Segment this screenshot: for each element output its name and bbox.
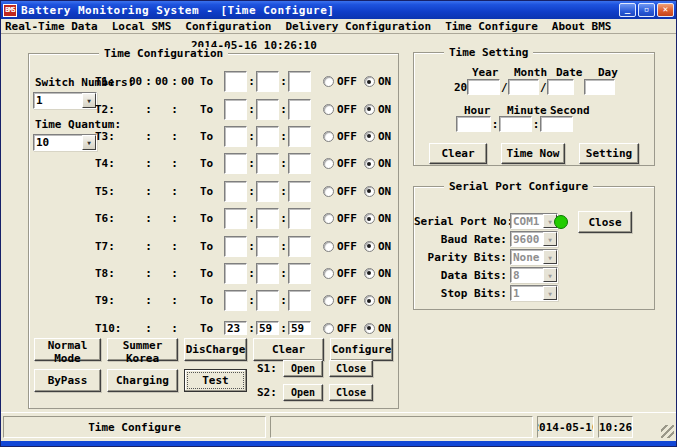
s2-close-button[interactable]: Close [329,384,373,401]
end-second-input[interactable] [288,181,311,202]
on-radio[interactable] [364,323,375,334]
switch-numbers-select[interactable]: 1 ▼ [33,92,97,109]
month-input[interactable] [508,79,539,95]
end-hour-input[interactable] [224,236,247,257]
end-minute-input[interactable] [256,126,279,147]
off-radio[interactable] [323,158,334,169]
end-minute-input[interactable] [256,290,279,311]
discharge-button[interactable]: DisCharge [184,338,247,361]
data-bits-select[interactable]: 8 ▼ [510,267,558,283]
dropdown-arrow-icon[interactable]: ▼ [543,286,557,300]
configure-button[interactable]: Configure [330,338,393,361]
dropdown-arrow-icon[interactable]: ▼ [543,268,557,282]
time-now-button[interactable]: Time Now [501,143,565,164]
date-input[interactable] [547,79,574,95]
end-second-input[interactable] [288,321,311,335]
menu-configuration[interactable]: Configuration [185,20,271,33]
end-hour-input[interactable] [224,126,247,147]
end-hour-input[interactable] [224,263,247,284]
end-hour-input[interactable] [224,71,247,92]
minimize-button[interactable]: _ [619,3,636,17]
on-radio[interactable] [364,213,375,224]
end-minute-input[interactable] [256,153,279,174]
on-radio[interactable] [364,76,375,87]
s1-close-button[interactable]: Close [329,360,373,377]
serial-port-no-select[interactable]: COM1 ▼ [510,213,558,229]
off-radio[interactable] [323,213,334,224]
end-second-input[interactable] [288,263,311,284]
colon-separator: : [144,294,153,307]
end-second-input[interactable] [288,99,311,120]
end-second-input[interactable] [288,71,311,92]
time-quantum-select[interactable]: 10 ▼ [33,134,97,151]
stop-bits-select[interactable]: 1 ▼ [510,285,558,301]
baud-rate-select[interactable]: 9600 ▼ [510,231,558,247]
end-minute-input[interactable] [256,321,279,335]
minute-input[interactable] [499,116,532,132]
close-button[interactable]: ✕ [657,3,674,17]
normal-mode-button[interactable]: Normal Mode [34,338,101,361]
year-input[interactable] [467,79,500,95]
end-second-input[interactable] [288,236,311,257]
time-clear-button[interactable]: Clear [429,143,487,164]
end-minute-input[interactable] [256,99,279,120]
serial-close-button[interactable]: Close [578,211,632,233]
clear-button[interactable]: Clear [253,338,324,361]
s2-open-button[interactable]: Open [283,384,323,401]
dropdown-arrow-icon[interactable]: ▼ [82,135,96,150]
menu-local-sms[interactable]: Local SMS [112,20,172,33]
end-minute-input[interactable] [256,263,279,284]
off-radio[interactable] [323,295,334,306]
off-radio[interactable] [323,268,334,279]
on-radio[interactable] [364,158,375,169]
time-setting-button[interactable]: Setting [579,143,639,164]
hour-input[interactable] [456,116,491,132]
end-minute-input[interactable] [256,181,279,202]
end-minute-input[interactable] [256,236,279,257]
dropdown-arrow-icon[interactable]: ▼ [543,250,557,264]
end-minute-input[interactable] [256,71,279,92]
colon-separator: : [279,75,288,88]
end-minute-input[interactable] [256,208,279,229]
end-second-input[interactable] [288,290,311,311]
test-button[interactable]: Test [184,369,247,392]
title-bar[interactable]: BMS Battery Monitoring System - [Time Co… [1,1,676,19]
on-radio[interactable] [364,104,375,115]
end-hour-input[interactable] [224,153,247,174]
second-input[interactable] [540,116,573,132]
menu-real-time-data[interactable]: Real-Time Data [5,20,98,33]
dropdown-arrow-icon[interactable]: ▼ [82,93,96,108]
off-radio[interactable] [323,131,334,142]
end-hour-input[interactable] [224,290,247,311]
maximize-button[interactable]: ▫ [638,3,655,17]
end-hour-input[interactable] [224,181,247,202]
end-hour-input[interactable] [224,99,247,120]
day-input[interactable] [584,79,615,95]
resize-grip[interactable] [661,425,674,438]
dropdown-arrow-icon[interactable]: ▼ [543,232,557,246]
off-radio[interactable] [323,323,334,334]
end-second-input[interactable] [288,208,311,229]
summer-korea-button[interactable]: Summer Korea [107,338,178,361]
on-radio[interactable] [364,268,375,279]
end-hour-input[interactable] [224,208,247,229]
menu-time-configure[interactable]: Time Configure [445,20,538,33]
end-second-input[interactable] [288,126,311,147]
parity-bits-select[interactable]: None ▼ [510,249,558,265]
off-radio[interactable] [323,76,334,87]
off-radio[interactable] [323,241,334,252]
off-radio[interactable] [323,186,334,197]
on-radio[interactable] [364,241,375,252]
on-radio[interactable] [364,295,375,306]
s1-open-button[interactable]: Open [283,360,323,377]
off-radio[interactable] [323,104,334,115]
on-radio[interactable] [364,131,375,142]
end-second-input[interactable] [288,153,311,174]
menu-about-bms[interactable]: About BMS [552,20,612,33]
end-hour-input[interactable] [224,321,247,335]
on-radio[interactable] [364,186,375,197]
bypass-button[interactable]: ByPass [34,369,101,392]
charging-button[interactable]: Charging [107,369,178,392]
colon-separator: : [144,267,153,280]
menu-delivery-configuration[interactable]: Delivery Configuration [285,20,431,33]
